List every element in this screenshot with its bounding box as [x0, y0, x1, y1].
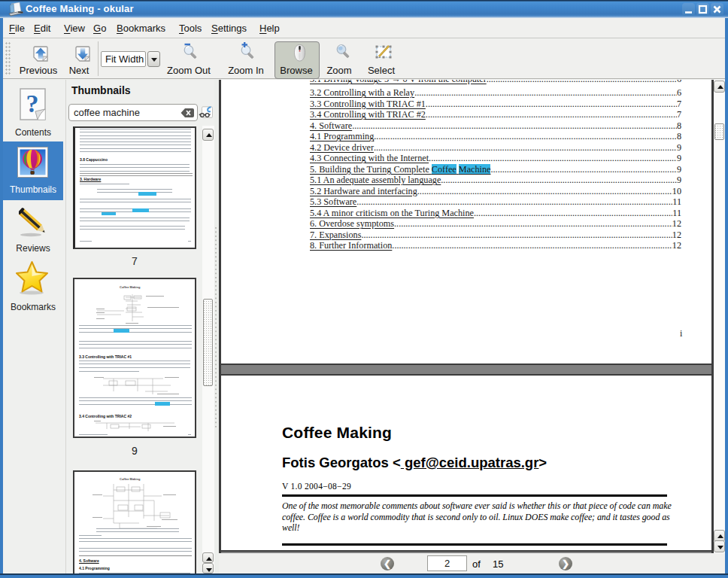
svg-text:?: ?: [26, 90, 39, 117]
